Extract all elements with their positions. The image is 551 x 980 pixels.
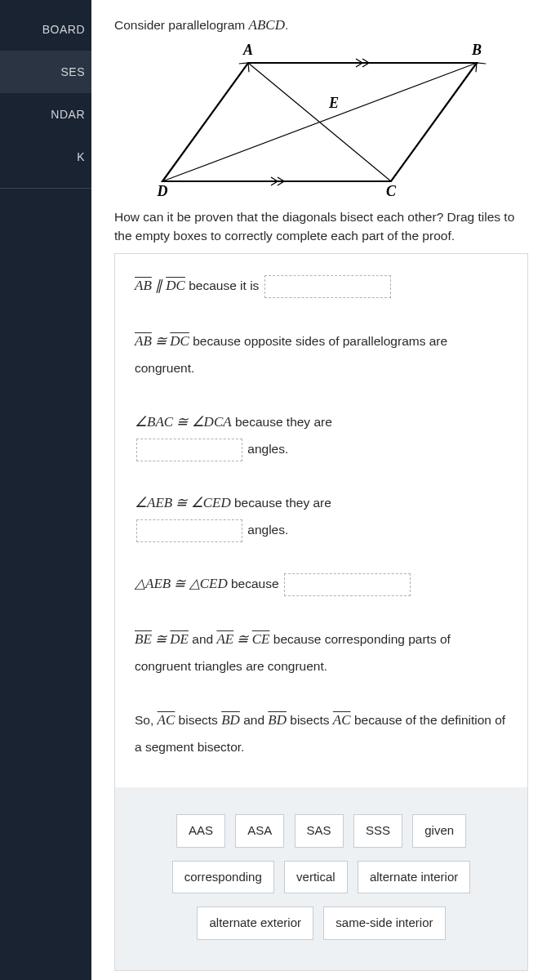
tile-same-side-interior[interactable]: same-side interior — [323, 906, 445, 940]
s2-cong: ≅ — [152, 333, 171, 349]
label-B: B — [470, 42, 481, 58]
s7-seg-ac: AC — [158, 712, 176, 728]
s3-tail: angles. — [244, 442, 288, 456]
statement-1: AB ∥ DC because it is — [135, 272, 508, 300]
s7-seg-bd2: BD — [268, 712, 287, 728]
prompt-prefix: Consider parallelogram — [114, 18, 249, 32]
s5-cong: ≅ — [171, 576, 189, 591]
s3-mid: because they are — [232, 415, 332, 429]
s4-mid: because they are — [231, 496, 331, 510]
label-C: C — [385, 183, 396, 198]
s6-seg-ae: AE — [216, 631, 233, 647]
statement-6: BE ≅ DE and AE ≅ CE because correspondin… — [135, 626, 508, 679]
s3-cong: ≅ — [173, 414, 192, 430]
proof-box: AB ∥ DC because it is AB ≅ DC because op… — [114, 253, 528, 971]
sidebar-item-k[interactable]: K — [0, 136, 91, 178]
dropzone-4[interactable] — [284, 573, 411, 596]
tile-corresponding[interactable]: corresponding — [172, 861, 274, 894]
label-D: D — [156, 183, 167, 198]
label-E: E — [327, 95, 338, 111]
s7-bis1: bisects — [175, 713, 221, 727]
s4-tail: angles. — [244, 523, 288, 537]
label-A: A — [242, 42, 252, 58]
prompt-text: Consider parallelogram ABCD. — [114, 15, 528, 36]
statement-4: ∠AEB ≅ ∠CED because they are angles. — [135, 489, 508, 542]
svg-line-2 — [162, 63, 477, 181]
s3-angle-bac: ∠BAC — [135, 414, 173, 430]
s7-bis2: bisects — [287, 713, 333, 727]
dropzone-2[interactable] — [136, 439, 242, 461]
s6-cong1: ≅ — [152, 631, 171, 647]
s4-angle-ced: ∠CED — [191, 495, 231, 510]
s1-parallel: ∥ — [152, 278, 167, 293]
statement-7: So, AC bisects BD and BD bisects AC beca… — [135, 706, 508, 760]
s1-seg-ab: AB — [135, 278, 152, 293]
tile-alternate-interior[interactable]: alternate interior — [358, 861, 470, 894]
s7-pre: So, — [135, 713, 158, 727]
s6-seg-be: BE — [135, 631, 152, 647]
page: Consider parallelogram ABCD. A — [91, 0, 551, 980]
tile-row-3: alternate exterior same-side interior — [135, 902, 508, 944]
s6-and: and — [189, 632, 216, 646]
sidebar-item-ndar[interactable]: NDAR — [0, 93, 91, 136]
s7-seg-ac2: AC — [333, 712, 351, 728]
statement-5: △AEB ≅ △CED because — [135, 570, 508, 598]
sidebar-divider — [0, 188, 91, 189]
tile-asa[interactable]: ASA — [235, 814, 284, 848]
s1-tail: because it is — [185, 278, 263, 292]
tile-vertical[interactable]: vertical — [284, 861, 348, 894]
figure-svg: A B C D E — [150, 42, 493, 198]
parallelogram-diagram: A B C D E — [114, 42, 528, 198]
sidebar: BOARD SES NDAR K — [0, 0, 91, 980]
s6-cong2: ≅ — [233, 631, 252, 647]
sidebar-item-ses[interactable]: SES — [0, 51, 91, 93]
s5-tri-aeb: △AEB — [135, 576, 171, 591]
tile-row-2: corresponding vertical alternate interio… — [135, 857, 508, 898]
instruction-text: How can it be proven that the diagonals … — [114, 207, 528, 246]
prompt-suffix: . — [285, 18, 288, 32]
content-area: Consider parallelogram ABCD. A — [91, 0, 551, 980]
dropzone-1[interactable] — [264, 275, 391, 298]
s1-seg-dc: DC — [166, 278, 185, 293]
s2-seg-ab: AB — [135, 333, 152, 349]
statement-2: AB ≅ DC because opposite sides of parall… — [135, 327, 508, 381]
s7-and: and — [240, 713, 268, 727]
s7-seg-bd: BD — [221, 712, 240, 728]
tile-row-1: AAS ASA SAS SSS given — [135, 810, 508, 852]
s4-cong: ≅ — [172, 495, 191, 510]
s4-angle-aeb: ∠AEB — [135, 495, 172, 510]
tile-aas[interactable]: AAS — [176, 814, 225, 848]
s3-angle-dca: ∠DCA — [192, 414, 232, 430]
s5-tri-ced: △CED — [189, 576, 228, 591]
tile-given[interactable]: given — [412, 814, 466, 848]
statement-3: ∠BAC ≅ ∠DCA because they are angles. — [135, 408, 508, 461]
tile-sss[interactable]: SSS — [353, 814, 402, 848]
s2-seg-dc: DC — [170, 333, 189, 349]
s6-seg-de: DE — [170, 631, 189, 647]
dropzone-3[interactable] — [136, 519, 242, 542]
tile-alternate-exterior[interactable]: alternate exterior — [197, 906, 313, 940]
prompt-shape: ABCD — [249, 17, 285, 33]
sidebar-item-board[interactable]: BOARD — [0, 8, 91, 51]
tiles-area: AAS ASA SAS SSS given corresponding vert… — [115, 787, 527, 970]
s6-seg-ce: CE — [252, 631, 270, 647]
tile-sas[interactable]: SAS — [295, 814, 344, 848]
s5-tail: because — [228, 577, 282, 590]
